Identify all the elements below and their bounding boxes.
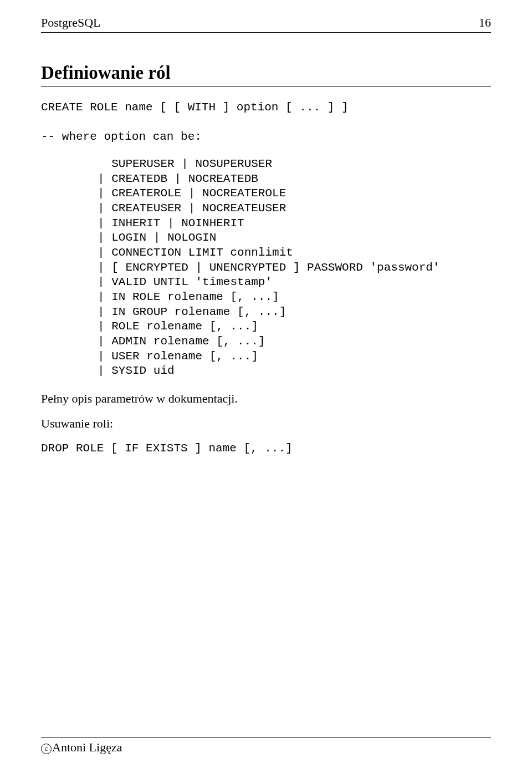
page-number: 16 bbox=[479, 16, 491, 30]
page-container: PostgreSQL 16 Definiowanie ról CREATE RO… bbox=[0, 0, 532, 768]
footer-text: cAntoni Ligęza bbox=[41, 740, 491, 755]
copyright-icon: c bbox=[41, 744, 52, 754]
header-title: PostgreSQL bbox=[41, 16, 101, 30]
section-rule bbox=[41, 87, 491, 87]
paragraph-doc-note: Pełny opis parametrów w dokumentacji. bbox=[41, 391, 491, 406]
paragraph-drop-intro: Usuwanie roli: bbox=[41, 416, 491, 431]
section-heading: Definiowanie ról bbox=[41, 63, 491, 83]
code-block-create-role-head: CREATE ROLE name [ [ WITH ] option [ ...… bbox=[41, 100, 491, 145]
page-header: PostgreSQL 16 bbox=[41, 16, 491, 30]
code-block-options: SUPERUSER | NOSUPERUSER | CREATEDB | NOC… bbox=[41, 157, 491, 379]
code-block-drop-role: DROP ROLE [ IF EXISTS ] name [, ...] bbox=[41, 441, 491, 456]
page-footer: cAntoni Ligęza bbox=[41, 738, 491, 755]
footer-author: Antoni Ligęza bbox=[52, 740, 122, 754]
footer-rule bbox=[41, 738, 491, 738]
header-rule bbox=[41, 32, 491, 33]
